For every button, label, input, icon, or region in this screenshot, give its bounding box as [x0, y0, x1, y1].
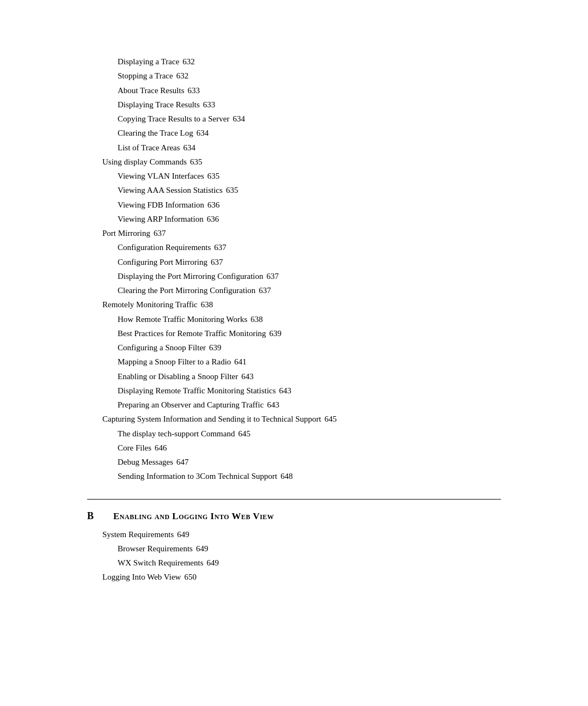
appendix-b-heading: B Enabling and Logging Into Web View	[87, 510, 501, 522]
toc-entry-page: 638	[250, 312, 263, 326]
toc-entry-label: Best Practices for Remote Traffic Monito…	[118, 326, 266, 340]
toc-entry-label: Capturing System Information and Sending…	[102, 412, 321, 426]
toc-entry-page: 643	[267, 398, 279, 412]
toc-entry-page: 634	[232, 112, 245, 126]
toc-entry-page: 637	[214, 240, 226, 254]
toc-entry-page: 648	[280, 469, 293, 483]
section-divider	[87, 499, 501, 500]
toc-entry-label: Clearing the Port Mirroring Configuratio…	[118, 283, 255, 297]
toc-entry-label: Remotely Monitoring Traffic	[102, 297, 198, 312]
toc-entry: Clearing the Trace Log634	[87, 126, 501, 140]
toc-entry-page: 639	[209, 340, 222, 355]
appendix-letter: B	[87, 510, 100, 522]
toc-entry: Mapping a Snoop Filter to a Radio641	[87, 355, 501, 369]
toc-entry-page: 635	[207, 169, 220, 183]
toc-entry: Stopping a Trace632	[87, 69, 501, 83]
toc-entry-label: Viewing VLAN Interfaces	[118, 169, 204, 183]
toc-entry: Viewing ARP Information636	[87, 212, 501, 226]
toc-entry: Using display Commands635	[87, 155, 501, 169]
toc-entry-page: 637	[154, 226, 166, 240]
toc-entry-label: Preparing an Observer and Capturing Traf…	[118, 398, 264, 412]
toc-entry-label: Core Files	[118, 441, 151, 455]
toc-entry: Port Mirroring637	[87, 226, 501, 240]
toc-entry-label: Logging Into Web View	[102, 570, 181, 584]
toc-entry-label: Sending Information to 3Com Technical Su…	[118, 469, 277, 483]
toc-entry-label: Debug Messages	[118, 455, 173, 469]
appendix-title: Enabling and Logging Into Web View	[113, 511, 274, 522]
toc-entry: Logging Into Web View650	[87, 570, 501, 584]
toc-entry-label: Displaying a Trace	[118, 54, 179, 69]
toc-entry-page: 645	[238, 427, 250, 441]
toc-entry: Viewing AAA Session Statistics635	[87, 183, 501, 197]
toc-entry: Remotely Monitoring Traffic638	[87, 297, 501, 312]
toc-entry-label: Stopping a Trace	[118, 69, 173, 83]
toc-entry: Debug Messages647	[87, 455, 501, 469]
toc-entry: Displaying Trace Results633	[87, 98, 501, 112]
toc-entry: Sending Information to 3Com Technical Su…	[87, 469, 501, 483]
toc-entry: Copying Trace Results to a Server634	[87, 112, 501, 126]
toc-entry-page: 645	[324, 412, 337, 426]
toc-entry: Displaying the Port Mirroring Configurat…	[87, 269, 501, 283]
toc-entry: System Requirements649	[87, 527, 501, 541]
toc-entry: How Remote Traffic Monitoring Works638	[87, 312, 501, 326]
toc-entry-label: Using display Commands	[102, 155, 187, 169]
toc-entry: Clearing the Port Mirroring Configuratio…	[87, 283, 501, 297]
toc-entry-page: 649	[196, 541, 209, 556]
toc-entry-page: 634	[183, 141, 196, 155]
toc-entry-label: Browser Requirements	[118, 541, 193, 556]
toc-entry-page: 641	[234, 355, 247, 369]
toc-entry-label: Clearing the Trace Log	[118, 126, 193, 140]
toc-entry-page: 632	[182, 54, 195, 69]
toc-entry-page: 650	[184, 570, 197, 584]
toc-entry-label: Copying Trace Results to a Server	[118, 112, 229, 126]
toc-entry: List of Trace Areas634	[87, 141, 501, 155]
toc-entry-label: Viewing ARP Information	[118, 212, 204, 226]
toc-entry-label: How Remote Traffic Monitoring Works	[118, 312, 247, 326]
toc-entry: Displaying Remote Traffic Monitoring Sta…	[87, 384, 501, 398]
toc-entry: Displaying a Trace632	[87, 54, 501, 69]
toc-entry: WX Switch Requirements649	[87, 556, 501, 570]
toc-entry-label: Displaying Trace Results	[118, 98, 200, 112]
page-content: Displaying a Trace632Stopping a Trace632…	[87, 33, 501, 585]
toc-entry-page: 636	[207, 198, 220, 212]
toc-entry: Configuring a Snoop Filter639	[87, 340, 501, 355]
toc-entry-label: Configuration Requirements	[118, 240, 211, 254]
toc-entry-label: List of Trace Areas	[118, 141, 180, 155]
toc-entry-page: 635	[226, 183, 238, 197]
toc-entry-label: Configuring Port Mirroring	[118, 255, 207, 269]
toc-entry-page: 649	[206, 556, 219, 570]
toc-entry-page: 647	[176, 455, 189, 469]
toc-section-appendix-b: System Requirements649Browser Requiremen…	[87, 527, 501, 585]
toc-entry-label: System Requirements	[102, 527, 174, 541]
toc-entry-label: About Trace Results	[118, 83, 185, 98]
toc-entry: Preparing an Observer and Capturing Traf…	[87, 398, 501, 412]
toc-entry-label: Viewing AAA Session Statistics	[118, 183, 223, 197]
toc-entry-page: 633	[203, 98, 216, 112]
toc-entry-page: 637	[266, 269, 279, 283]
toc-entry-page: 639	[270, 326, 282, 340]
toc-entry-page: 646	[155, 441, 167, 455]
toc-section-main: Displaying a Trace632Stopping a Trace632…	[87, 54, 501, 484]
toc-entry-label: WX Switch Requirements	[118, 556, 203, 570]
toc-entry: Core Files646	[87, 441, 501, 455]
toc-entry: Browser Requirements649	[87, 541, 501, 556]
toc-entry-label: The display tech-support Command	[118, 427, 235, 441]
toc-entry-page: 643	[241, 369, 254, 384]
toc-entry: Configuration Requirements637	[87, 240, 501, 254]
toc-entry-page: 649	[177, 527, 189, 541]
toc-entry: Enabling or Disabling a Snoop Filter643	[87, 369, 501, 384]
toc-entry-label: Displaying Remote Traffic Monitoring Sta…	[118, 384, 276, 398]
toc-entry-page: 632	[176, 69, 189, 83]
toc-entry-page: 634	[197, 126, 209, 140]
toc-entry: Viewing VLAN Interfaces635	[87, 169, 501, 183]
toc-entry-page: 637	[211, 255, 223, 269]
toc-entry: Best Practices for Remote Traffic Monito…	[87, 326, 501, 340]
toc-entry: Viewing FDB Information636	[87, 198, 501, 212]
toc-entry: About Trace Results633	[87, 83, 501, 98]
toc-entry-label: Mapping a Snoop Filter to a Radio	[118, 355, 231, 369]
toc-entry: Capturing System Information and Sending…	[87, 412, 501, 426]
toc-entry-page: 635	[190, 155, 203, 169]
toc-entry-label: Viewing FDB Information	[118, 198, 204, 212]
toc-entry: The display tech-support Command645	[87, 427, 501, 441]
toc-entry-page: 633	[188, 83, 200, 98]
